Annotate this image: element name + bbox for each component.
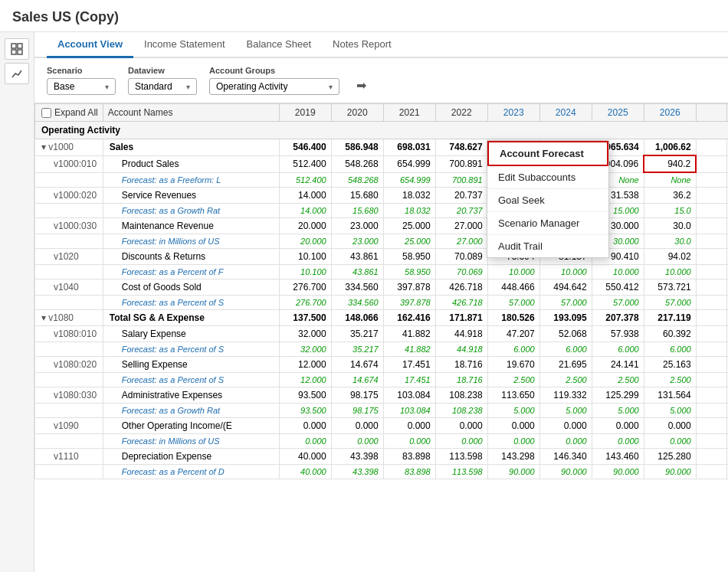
cell-value: 25.000 bbox=[383, 218, 435, 234]
context-menu-item-0[interactable]: Account Forecast bbox=[487, 141, 608, 166]
table-row: Forecast: in Millions of US0.0000.0000.0… bbox=[35, 434, 729, 449]
cell-value[interactable]: 36.2 bbox=[644, 188, 696, 204]
account-name[interactable]: Forecast: as a Percent of S bbox=[103, 342, 279, 357]
cell-value[interactable]: 52.068 bbox=[539, 326, 592, 342]
cell-value[interactable]: 0.000 bbox=[487, 418, 539, 434]
cell-value[interactable]: 217.119 bbox=[644, 310, 696, 326]
account-name[interactable]: Forecast: in Millions of US bbox=[103, 234, 279, 249]
cell-value[interactable]: 119.332 bbox=[539, 387, 592, 404]
col-2019: 2019 bbox=[279, 104, 331, 122]
table-row: v1000:020Service Revenues14.00015.68018.… bbox=[35, 188, 729, 204]
cell-value[interactable]: 94.02 bbox=[644, 249, 696, 265]
account-name[interactable]: Forecast: as a Freeform: L bbox=[103, 172, 279, 188]
cell-empty bbox=[696, 387, 726, 404]
cell-value: 113.598 bbox=[435, 449, 487, 465]
cell-value: 276.700 bbox=[279, 296, 331, 310]
cell-value[interactable]: 143.298 bbox=[487, 449, 539, 465]
cell-value[interactable]: 1,006.62 bbox=[644, 139, 696, 156]
tab-account-view[interactable]: Account View bbox=[47, 32, 133, 58]
col-2023[interactable]: 2023 bbox=[487, 104, 539, 122]
cell-value: 5.000 bbox=[539, 404, 592, 418]
cell-value: 10.100 bbox=[279, 265, 331, 279]
col-2024[interactable]: 2024 bbox=[539, 104, 592, 122]
context-menu-item-3[interactable]: Scenario Manager bbox=[487, 212, 608, 235]
account-name[interactable]: Forecast: as a Percent of S bbox=[103, 296, 279, 310]
cell-value[interactable]: 180.526 bbox=[487, 310, 539, 326]
cell-value[interactable]: 940.2 bbox=[644, 155, 696, 172]
account-name[interactable]: Forecast: as a Percent of S bbox=[103, 373, 279, 387]
context-menu-item-4[interactable]: Audit Trail bbox=[487, 235, 608, 257]
cell-value: 17.451 bbox=[383, 373, 435, 387]
account-id bbox=[35, 404, 103, 418]
cell-value[interactable]: 19.670 bbox=[487, 357, 539, 373]
table-row: v1090Other Operating Income/(E0.0000.000… bbox=[35, 418, 729, 434]
account-groups-chevron: ▾ bbox=[329, 83, 333, 91]
account-id bbox=[35, 265, 103, 279]
cell-value[interactable]: 0.000 bbox=[539, 418, 592, 434]
cell-value: 108.238 bbox=[435, 387, 487, 404]
dataview-select[interactable]: Standard ▾ bbox=[128, 78, 197, 95]
cell-value: 14.674 bbox=[331, 357, 383, 373]
scenario-select[interactable]: Base ▾ bbox=[47, 78, 116, 95]
cell-value[interactable]: 47.207 bbox=[487, 326, 539, 342]
account-name: Sales bbox=[103, 139, 279, 156]
account-name[interactable]: Forecast: as a Percent of F bbox=[103, 265, 279, 279]
tab-balance-sheet[interactable]: Balance Sheet bbox=[236, 32, 323, 58]
cell-value: 5.000 bbox=[592, 404, 644, 418]
cell-value[interactable]: 131.564 bbox=[644, 387, 696, 404]
cell-value[interactable]: 0.000 bbox=[592, 418, 644, 434]
cell-value[interactable]: 57.938 bbox=[592, 326, 644, 342]
cell-value: 10.000 bbox=[539, 265, 592, 279]
expand-all-checkbox[interactable] bbox=[41, 108, 51, 118]
account-id bbox=[35, 204, 103, 218]
cell-value[interactable]: 494.642 bbox=[539, 279, 592, 296]
cell-value: 18.716 bbox=[435, 373, 487, 387]
cell-value: 15.680 bbox=[331, 204, 383, 218]
account-name[interactable]: Forecast: as a Percent of D bbox=[103, 465, 279, 479]
cell-empty bbox=[696, 139, 726, 156]
cell-value[interactable]: 550.412 bbox=[592, 279, 644, 296]
cell-value[interactable]: 113.650 bbox=[487, 387, 539, 404]
cell-value: 0.000 bbox=[487, 434, 539, 449]
cell-value: 44.918 bbox=[435, 342, 487, 357]
cell-value[interactable]: 448.466 bbox=[487, 279, 539, 296]
cell-value[interactable]: 207.378 bbox=[592, 310, 644, 326]
cell-value[interactable]: 30.0 bbox=[644, 218, 696, 234]
col-2026[interactable]: 2026 bbox=[644, 104, 696, 122]
cell-value[interactable]: 25.163 bbox=[644, 357, 696, 373]
cell-value[interactable]: 125.280 bbox=[644, 449, 696, 465]
cell-value: 32.000 bbox=[279, 342, 331, 357]
cell-value: 20.737 bbox=[435, 204, 487, 218]
expand-all[interactable]: Expand All bbox=[41, 107, 98, 118]
cell-value: 546.400 bbox=[279, 139, 331, 156]
cell-value[interactable]: 573.721 bbox=[644, 279, 696, 296]
cell-value: 700.891 bbox=[435, 172, 487, 188]
navigate-button[interactable]: ➡ bbox=[352, 76, 371, 95]
account-name[interactable]: Forecast: as a Growth Rat bbox=[103, 404, 279, 418]
cell-value[interactable]: 193.095 bbox=[539, 310, 592, 326]
cell-value[interactable]: 21.695 bbox=[539, 357, 592, 373]
cell-value: 43.861 bbox=[331, 265, 383, 279]
tab-income-statement[interactable]: Income Statement bbox=[133, 32, 236, 58]
cell-value[interactable]: 24.141 bbox=[592, 357, 644, 373]
cell-value[interactable]: 146.340 bbox=[539, 449, 592, 465]
cell-value[interactable]: 0.000 bbox=[644, 418, 696, 434]
account-name[interactable]: Forecast: as a Growth Rat bbox=[103, 204, 279, 218]
cell-value: 548.268 bbox=[331, 172, 383, 188]
cell-value: 25.000 bbox=[383, 234, 435, 249]
table-row: v1000:010Product Sales512.400548.268654.… bbox=[35, 155, 729, 172]
cell-value[interactable]: 125.299 bbox=[592, 387, 644, 404]
cell-empty bbox=[696, 279, 726, 296]
grid-icon[interactable] bbox=[5, 38, 29, 60]
context-menu-item-2[interactable]: Goal Seek bbox=[487, 189, 608, 212]
cell-value[interactable]: 60.392 bbox=[644, 326, 696, 342]
context-menu-item-1[interactable]: Edit Subaccounts bbox=[487, 166, 608, 189]
account-id bbox=[35, 342, 103, 357]
col-2025[interactable]: 2025 bbox=[592, 104, 644, 122]
chart-icon[interactable] bbox=[5, 63, 29, 84]
tab-notes-report[interactable]: Notes Report bbox=[322, 32, 402, 58]
account-id: v1080:010 bbox=[35, 326, 103, 342]
cell-value[interactable]: 143.460 bbox=[592, 449, 644, 465]
account-name[interactable]: Forecast: in Millions of US bbox=[103, 434, 279, 449]
account-groups-select[interactable]: Operating Activity ▾ bbox=[209, 78, 339, 95]
